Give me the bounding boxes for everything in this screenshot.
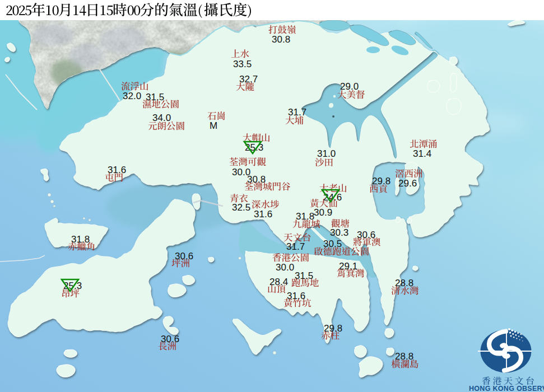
svg-text:30.9: 30.9 [314, 207, 332, 218]
svg-text:29.1: 29.1 [339, 261, 357, 272]
svg-text:31.0: 31.0 [317, 148, 336, 159]
svg-text:31.7: 31.7 [288, 107, 306, 118]
svg-text:30.8: 30.8 [247, 174, 266, 185]
svg-text:28.4: 28.4 [269, 277, 288, 287]
svg-text:31.6: 31.6 [287, 291, 305, 301]
svg-text:M: M [210, 120, 217, 131]
svg-text:30.5: 30.5 [323, 239, 342, 249]
svg-text:30.8: 30.8 [272, 34, 290, 45]
svg-text:33.5: 33.5 [233, 59, 252, 69]
svg-text:31.7: 31.7 [286, 241, 305, 252]
svg-text:31.8: 31.8 [296, 211, 314, 222]
svg-text:30.6: 30.6 [161, 334, 179, 344]
svg-text:29.6: 29.6 [398, 178, 417, 189]
svg-text:HONG KONG OBSERVATORY: HONG KONG OBSERVATORY [469, 385, 544, 392]
svg-text:29.8: 29.8 [372, 176, 390, 186]
svg-text:29.0: 29.0 [340, 81, 359, 92]
svg-text:31.4: 31.4 [413, 148, 431, 159]
svg-text:30.6: 30.6 [357, 230, 375, 240]
svg-text:32.7: 32.7 [239, 74, 258, 85]
svg-text:29.8: 29.8 [324, 323, 342, 334]
svg-text:32.5: 32.5 [232, 202, 250, 213]
svg-text:30.0: 30.0 [276, 262, 294, 273]
svg-text:31.5: 31.5 [146, 92, 164, 102]
svg-text:31.5: 31.5 [295, 270, 313, 281]
svg-text:31.8: 31.8 [71, 234, 90, 245]
svg-text:31.6: 31.6 [254, 209, 272, 220]
svg-text:30.3: 30.3 [330, 227, 348, 238]
svg-text:28.8: 28.8 [395, 278, 413, 288]
svg-text:28.8: 28.8 [395, 351, 413, 362]
svg-text:31.6: 31.6 [108, 165, 126, 175]
svg-text:32.0: 32.0 [123, 91, 141, 101]
svg-text:30.6: 30.6 [175, 251, 193, 262]
svg-text:34.0: 34.0 [152, 113, 171, 123]
